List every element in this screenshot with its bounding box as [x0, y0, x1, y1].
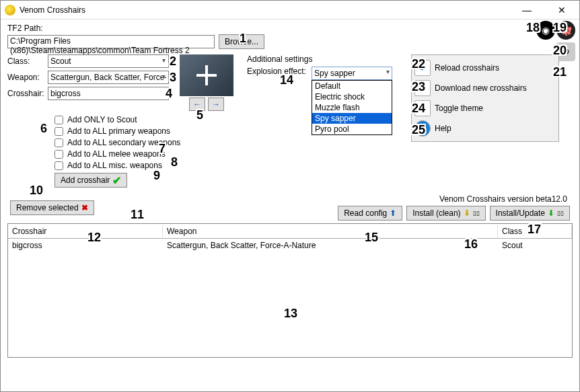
badge-4: 4: [164, 87, 174, 101]
minimize-button[interactable]: —: [513, 5, 540, 15]
check-misc[interactable]: Add to ALL misc. weapons: [55, 161, 573, 170]
tf2-path-input[interactable]: C:\Program Files (x86)\Steam\steamapps\c…: [7, 35, 215, 48]
download-icon: ⬇: [548, 208, 554, 218]
path-label: TF2 Path:: [7, 24, 48, 33]
dd-item[interactable]: Pyro pool: [312, 124, 392, 134]
download-icon: ⬇: [464, 208, 470, 218]
upload-icon: ⬆: [390, 208, 396, 218]
badge-14: 14: [278, 73, 295, 87]
window-title: Venom Crosshairs: [20, 5, 85, 15]
dd-item[interactable]: Muzzle flash: [312, 102, 392, 113]
dd-item[interactable]: Spy sapper: [312, 113, 392, 124]
download-label: Download new crosshairs: [435, 83, 527, 93]
badge-10: 10: [28, 184, 45, 198]
badge-23: 23: [410, 80, 427, 94]
install-update-button[interactable]: Install/Update ⬇▯▯: [490, 206, 570, 221]
crosshair-input[interactable]: bigcross: [48, 87, 169, 100]
reload-label: Reload crosshairs: [435, 63, 499, 73]
badge-13: 13: [282, 307, 299, 321]
badge-6: 6: [38, 122, 49, 136]
badge-1: 1: [238, 32, 248, 46]
next-arrow-button[interactable]: →: [208, 97, 224, 111]
badge-5: 5: [194, 108, 205, 122]
badge-16: 16: [462, 237, 480, 251]
remove-selected-button[interactable]: Remove selected ✖: [10, 200, 94, 215]
close-button[interactable]: ✕: [548, 5, 575, 15]
badge-7: 7: [157, 142, 168, 156]
explosion-dropdown[interactable]: Spy sapper Default Electric shock Muzzle…: [312, 67, 392, 80]
badge-8: 8: [169, 155, 180, 169]
badge-2: 2: [168, 54, 178, 69]
badge-19: 19: [551, 21, 569, 35]
badge-11: 11: [129, 208, 146, 222]
crosshair-label: Crosshair:: [7, 89, 48, 98]
badge-18: 18: [524, 21, 542, 35]
dd-item[interactable]: Electric shock: [312, 91, 392, 102]
badge-24: 24: [410, 102, 427, 116]
badge-9: 9: [151, 169, 162, 183]
th-weapon[interactable]: Weapon: [163, 225, 498, 237]
crosshair-preview: [180, 54, 233, 96]
check-melee[interactable]: Add to ALL melee weapons: [55, 149, 573, 159]
add-crosshair-button[interactable]: Add crosshair ✔: [55, 173, 127, 188]
install-clean-button[interactable]: Install (clean) ⬇▯▯: [406, 206, 485, 221]
badge-20: 20: [551, 44, 569, 58]
read-config-button[interactable]: Read config ⬆: [338, 206, 402, 221]
badge-12: 12: [85, 231, 103, 245]
weapon-combo[interactable]: Scattergun, Back Scatter, Force-A: [48, 71, 169, 84]
weapon-label: Weapon:: [7, 73, 48, 82]
badge-17: 17: [525, 223, 543, 237]
titlebar: Venom Crosshairs — ✕: [1, 1, 579, 19]
class-label: Class:: [7, 56, 48, 66]
checkmark-icon: ✔: [112, 174, 121, 187]
theme-label: Toggle theme: [435, 104, 483, 113]
badge-3: 3: [168, 71, 178, 85]
side-panel: ⟳Reload crosshairs ⤓Download new crossha…: [411, 54, 559, 142]
explosion-dropdown-list: Default Electric shock Muzzle flash Spy …: [312, 80, 392, 135]
app-icon: [5, 5, 15, 15]
badge-22: 22: [410, 57, 427, 71]
badge-25: 25: [410, 123, 427, 137]
version-label: Venom Crosshairs version beta12.0: [338, 194, 567, 204]
dd-item[interactable]: Default: [312, 81, 392, 91]
badge-21: 21: [551, 65, 569, 79]
class-combo[interactable]: Scout: [48, 54, 169, 68]
x-icon: ✖: [81, 203, 88, 212]
help-label: Help: [435, 124, 451, 133]
badge-15: 15: [363, 231, 380, 245]
